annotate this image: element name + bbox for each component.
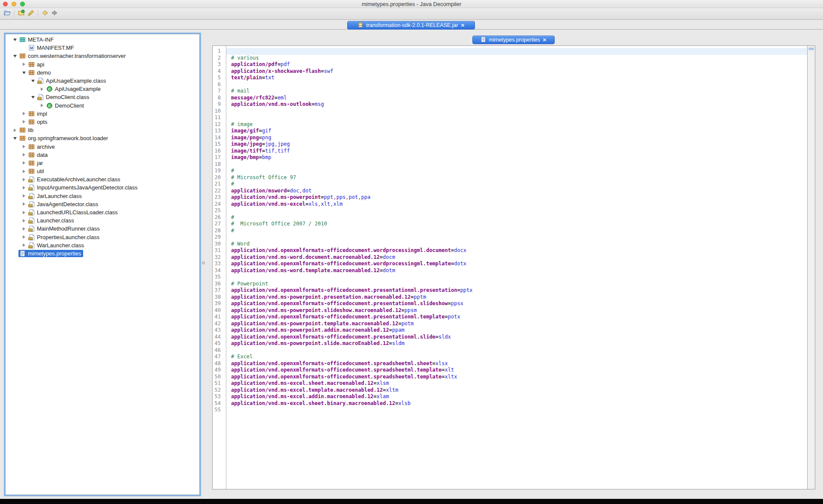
tree-item-executablearchivelauncher-class[interactable]: 010ExecutableArchiveLauncher.class: [6, 175, 199, 183]
line-number: 47: [213, 354, 226, 360]
svg-text:010: 010: [29, 237, 33, 240]
open-type-button[interactable]: [17, 9, 26, 18]
tree-item-mainmethodrunner-class[interactable]: 010MainMethodRunner.class: [6, 225, 199, 233]
tree-item-jarlauncher-class[interactable]: 010JarLauncher.class: [6, 192, 199, 200]
tree-item-javaagentdetector-class[interactable]: 010JavaAgentDetector.class: [6, 200, 199, 208]
svg-text:010: 010: [38, 81, 42, 84]
disclosure-triangle-icon[interactable]: [39, 102, 45, 110]
tree-item-label: MANIFEST.MF: [37, 45, 74, 51]
tree-item-api[interactable]: api: [6, 60, 199, 69]
close-tab-icon[interactable]: ✕: [543, 38, 547, 42]
scrollbar-thumb[interactable]: [808, 48, 814, 50]
tree-item-apiusageexample-class[interactable]: 010ApiUsageExample.class: [6, 77, 199, 85]
tree-item-util[interactable]: util: [6, 167, 199, 175]
search-button[interactable]: [26, 9, 36, 18]
disclosure-triangle-icon[interactable]: [21, 69, 27, 77]
svg-text:010: 010: [29, 180, 33, 182]
line-number: 22: [213, 188, 226, 195]
forward-button[interactable]: [50, 9, 59, 18]
disclosure-triangle-icon[interactable]: [30, 93, 36, 101]
tree-item-label: Launcher.class: [37, 217, 74, 224]
class-icon: C: [46, 102, 53, 109]
disclosure-triangle-icon[interactable]: [21, 192, 27, 200]
tree-item-manifest-mf[interactable]: MMANIFEST.MF: [6, 44, 199, 52]
tree-item-democlient[interactable]: CDemoClient: [6, 102, 199, 110]
tree-item-warlauncher-class[interactable]: 010WarLauncher.class: [6, 241, 199, 249]
tree-item-jar[interactable]: jar: [6, 159, 199, 167]
disclosure-triangle-icon[interactable]: [21, 233, 27, 241]
disclosure-triangle-icon[interactable]: [21, 216, 27, 225]
line-number: 50: [213, 374, 226, 381]
line-number: 17: [213, 154, 226, 161]
package-teal-icon: [19, 36, 26, 43]
svg-text:C: C: [48, 104, 51, 108]
tree-item-impl[interactable]: impl: [6, 110, 199, 118]
class-file-icon: 010: [28, 176, 35, 183]
disclosure-triangle-icon[interactable]: [12, 36, 18, 44]
disclosure-triangle-icon[interactable]: [30, 77, 36, 85]
disclosure-triangle-icon[interactable]: [21, 60, 27, 69]
tree-item-democlient-class[interactable]: 010DemoClient.class: [6, 93, 199, 101]
tree-item-inputargumentsjavaagentdetector-class[interactable]: 010InputArgumentsJavaAgentDetector.class: [6, 183, 199, 192]
disclosure-triangle-icon[interactable]: [21, 241, 27, 249]
disclosure-triangle-icon[interactable]: [12, 126, 18, 134]
tree-item-org-springframework-boot-loader[interactable]: org.springframework.boot.loader: [6, 134, 199, 142]
tree-item-demo[interactable]: demo: [6, 69, 199, 77]
disclosure-triangle-icon[interactable]: [12, 134, 18, 142]
tab-label: mimetypes.properties: [489, 37, 540, 43]
tree-item-meta-inf[interactable]: META-INF: [6, 36, 199, 44]
disclosure-triangle-icon[interactable]: [12, 52, 18, 60]
disclosure-triangle-icon[interactable]: [39, 85, 45, 93]
package-icon: [28, 160, 35, 166]
line-number: 52: [213, 387, 226, 394]
disclosure-triangle-icon[interactable]: [21, 159, 27, 167]
open-file-button[interactable]: [3, 9, 12, 18]
code-line: application/vnd.ms-excel=xls,xlt,xlm: [227, 201, 807, 208]
disclosure-triangle-icon[interactable]: [21, 118, 27, 126]
tree-item-data[interactable]: data: [6, 151, 199, 159]
editor-scrollbar[interactable]: [807, 46, 815, 489]
line-number: 42: [213, 321, 226, 327]
tree-item-launchedurlclassloader-class[interactable]: 010LaunchedURLClassLoader.class: [6, 208, 199, 216]
tree-item-apiusageexample[interactable]: CApiUsageExample: [6, 85, 199, 93]
line-number: 6: [213, 81, 226, 88]
tree-item-com-westernacher-transformationserver[interactable]: com.westernacher.transformationserver: [6, 52, 199, 60]
code-line: application/vnd.openxmlformats-officedoc…: [227, 334, 807, 341]
disclosure-triangle-icon[interactable]: [21, 142, 27, 150]
line-number: 26: [213, 214, 226, 221]
tree-item-opts[interactable]: opts: [6, 118, 199, 126]
tree-item-mimetypes-properties[interactable]: mimetypes.properties: [6, 249, 199, 258]
tree-item-label: InputArgumentsJavaAgentDetector.class: [37, 184, 138, 191]
tree-item-label: demo: [37, 69, 51, 76]
tree-item-lib[interactable]: lib: [6, 126, 199, 134]
file-tree-panel[interactable]: META-INFMMANIFEST.MFcom.westernacher.tra…: [5, 34, 200, 495]
line-number: 46: [213, 347, 226, 354]
tree-item-archive[interactable]: archive: [6, 142, 199, 150]
jar-file-icon: 010: [357, 22, 363, 29]
disclosure-triangle-icon[interactable]: [21, 225, 27, 233]
tab-jar-file[interactable]: 010 transformation-sdk-2.0.1-RELEASE.jar…: [347, 21, 475, 30]
disclosure-triangle-icon[interactable]: [21, 110, 27, 118]
line-number: 51: [213, 380, 226, 387]
splitter-grip[interactable]: [202, 261, 205, 264]
code-line: application/vnd.ms-excel.template.macroe…: [227, 387, 807, 394]
close-tab-icon[interactable]: ✕: [461, 23, 465, 28]
tree-item-propertieslauncher-class[interactable]: 010PropertiesLauncher.class: [6, 233, 199, 241]
disclosure-triangle-icon[interactable]: [21, 183, 27, 192]
toolbar-separator: [14, 10, 15, 17]
disclosure-triangle-icon[interactable]: [21, 175, 27, 183]
line-number-gutter: 1234567891011121314151617181920212223242…: [213, 46, 226, 489]
code-line: application/x-shockwave-flash=swf: [227, 68, 807, 75]
disclosure-triangle-icon[interactable]: [21, 200, 27, 208]
disclosure-triangle-icon[interactable]: [21, 208, 27, 216]
toolbar: [0, 8, 823, 20]
back-button[interactable]: [40, 9, 50, 18]
disclosure-triangle-icon[interactable]: [21, 151, 27, 159]
tree-item-launcher-class[interactable]: 010Launcher.class: [6, 216, 199, 225]
code-line: [227, 114, 807, 121]
code-editor[interactable]: 1234567891011121314151617181920212223242…: [212, 45, 815, 489]
code-line: application/vnd.openxmlformats-officedoc…: [227, 300, 807, 307]
tab-mimetypes-properties[interactable]: mimetypes.properties ✕: [472, 36, 555, 44]
line-number: 31: [213, 247, 226, 254]
disclosure-triangle-icon[interactable]: [21, 167, 27, 175]
